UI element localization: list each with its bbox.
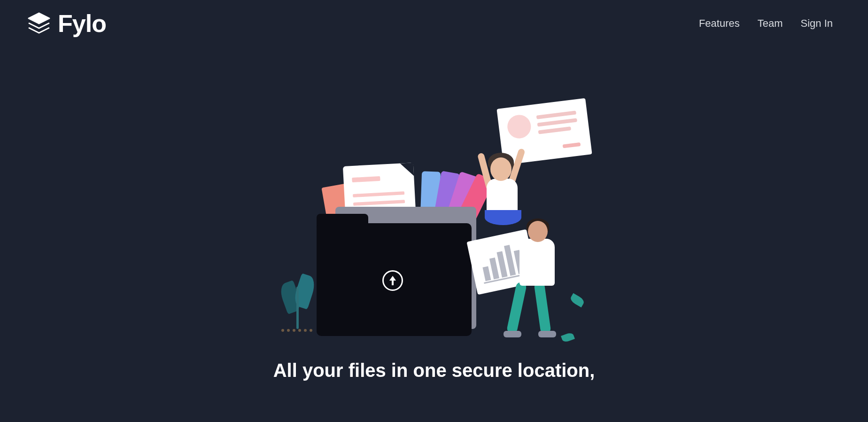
hero-title: All your files in one secure location, [273,357,595,383]
plant-decoration [277,268,319,334]
header: Fylo Features Team Sign In [0,0,868,47]
logo-icon [26,10,52,37]
nav-link-team[interactable]: Team [758,17,783,30]
logo-text: Fylo [58,9,106,38]
hero-section: All your files in one secure location, [0,47,868,383]
svg-marker-0 [29,13,49,23]
primary-nav: Features Team Sign In [699,17,842,30]
leaf-decoration [569,293,586,308]
person-carrying-chart [504,221,566,343]
nav-link-features[interactable]: Features [699,17,740,30]
nav-link-signin[interactable]: Sign In [801,17,833,30]
logo[interactable]: Fylo [26,9,106,38]
upload-icon [382,270,403,291]
hero-illustration [265,85,603,348]
